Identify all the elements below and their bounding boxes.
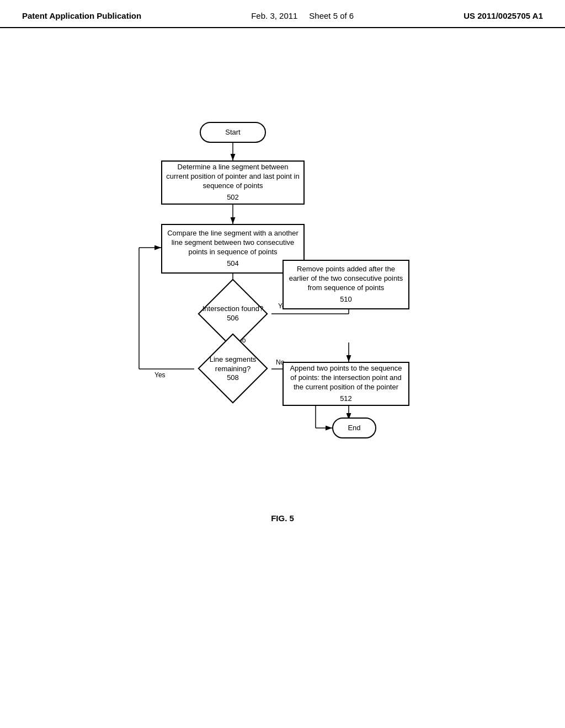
end-node: End [332,417,376,438]
box-510: Remove points added after the earlier of… [282,260,409,309]
figure-caption: FIG. 5 [84,513,481,523]
diamond-506-num: 506 [197,314,269,323]
publication-label: Patent Application Publication [22,10,141,22]
diamond-506-container: Intersection found? 506 [194,296,271,332]
page-header: Patent Application Publication Feb. 3, 2… [0,0,565,28]
diamond-508-num: 508 [197,373,269,383]
box-512-num: 512 [287,394,405,404]
date-label: Feb. 3, 2011 [251,11,297,20]
box-502: Determine a line segment between current… [161,160,305,205]
start-node: Start [200,122,266,143]
box-512: Append two points to the sequence of poi… [282,362,409,406]
box-504-num: 504 [166,259,300,269]
patent-number-label: US 2011/0025705 A1 [463,10,543,22]
box-512-text: Append two points to the sequence of poi… [287,364,405,392]
box-504-text: Compare the line segment with a another … [166,229,300,257]
diamond-506: Intersection found? 506 [197,304,269,323]
diagram-area: Yes No No Yes S [0,111,565,523]
box-502-text: Determine a line segment between current… [166,163,300,191]
diamond-506-text: Intersection found? [197,304,269,314]
diamond-508: Line segments remaining? 508 [197,355,269,383]
sheet-label: Sheet 5 of 6 [309,11,354,20]
box-510-text: Remove points added after the earlier of… [287,265,405,293]
diamond-508-text: Line segments remaining? [197,355,269,374]
svg-text:Yes: Yes [154,371,166,379]
box-510-num: 510 [287,295,405,304]
date-sheet-label: Feb. 3, 2011 Sheet 5 of 6 [251,10,354,22]
flowchart: Yes No No Yes S [84,111,481,508]
box-502-num: 502 [166,193,300,202]
start-label: Start [225,128,240,137]
diamond-508-container: Line segments remaining? 508 [194,349,271,389]
end-label: End [348,424,360,433]
